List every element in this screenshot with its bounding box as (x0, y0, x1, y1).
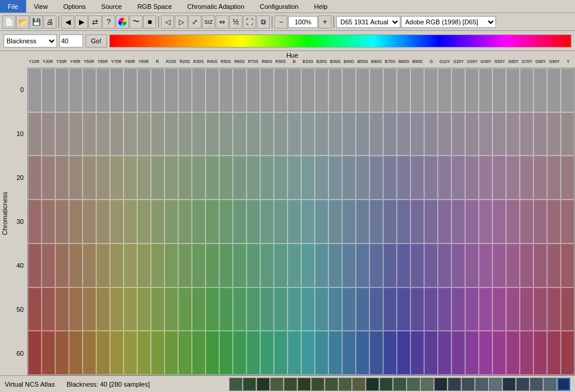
grid-cell[interactable] (520, 331, 533, 375)
grid-cell[interactable] (410, 156, 424, 200)
grid-cell[interactable] (83, 331, 96, 375)
menu-rgb-space[interactable]: RGB Space (129, 0, 179, 12)
go-button[interactable]: Go! (86, 34, 107, 48)
status-swatch[interactable] (229, 378, 242, 391)
status-swatch[interactable] (311, 378, 324, 391)
grid-cell[interactable] (479, 244, 492, 287)
grid-cell[interactable] (424, 200, 438, 244)
grid-cell[interactable] (561, 244, 574, 287)
grid-cell[interactable] (42, 156, 55, 200)
status-swatch[interactable] (448, 378, 461, 391)
grid-cell[interactable] (561, 68, 574, 112)
grid-cell[interactable] (124, 200, 137, 244)
grid-cell[interactable] (151, 331, 165, 375)
grid-cell[interactable] (397, 68, 410, 112)
grid-cell[interactable] (342, 331, 356, 375)
grid-cell[interactable] (110, 156, 124, 200)
grid-cell[interactable] (192, 287, 206, 331)
status-swatch[interactable] (366, 378, 379, 391)
grid-cell[interactable] (233, 331, 247, 375)
arrow-left-button[interactable]: ◁ (161, 15, 174, 29)
grid-cell[interactable] (315, 112, 328, 156)
grid-cell[interactable] (83, 200, 96, 244)
open-button[interactable]: 📂 (16, 15, 29, 29)
status-swatch-selected[interactable] (557, 378, 570, 391)
status-swatch[interactable] (339, 378, 352, 391)
grid-cell[interactable] (83, 287, 96, 331)
grid-cell[interactable] (479, 68, 492, 112)
status-swatch[interactable] (298, 378, 311, 391)
grid-cell[interactable] (492, 244, 506, 287)
grid-cell[interactable] (137, 112, 151, 156)
grid-cell[interactable] (465, 331, 479, 375)
grid-cell[interactable] (397, 287, 410, 331)
grid-cell[interactable] (356, 287, 369, 331)
grid-cell[interactable] (288, 244, 301, 287)
grid-cell[interactable] (288, 68, 301, 112)
grid-cell[interactable] (28, 68, 42, 112)
grid-cell[interactable] (165, 244, 178, 287)
grid-cell[interactable] (274, 156, 288, 200)
grid-cell[interactable] (233, 244, 247, 287)
status-swatch[interactable] (270, 378, 283, 391)
grid-cell[interactable] (69, 331, 83, 375)
square-button[interactable]: ■ (143, 15, 156, 29)
grid-cell[interactable] (492, 331, 506, 375)
grid-cell[interactable] (124, 287, 137, 331)
grid-cell[interactable] (492, 200, 506, 244)
grid-cell[interactable] (137, 287, 151, 331)
grid-cell[interactable] (96, 68, 110, 112)
grid-cell[interactable] (233, 112, 247, 156)
grid-cell[interactable] (479, 331, 492, 375)
grid-cell[interactable] (506, 200, 520, 244)
print-button[interactable]: 🖨 (43, 15, 56, 29)
grid-cell[interactable] (397, 331, 410, 375)
menu-view[interactable]: View (26, 0, 56, 12)
new-button[interactable]: 📄 (2, 15, 15, 29)
grid-cell[interactable] (438, 287, 451, 331)
grid-cell[interactable] (288, 156, 301, 200)
grid-cell[interactable] (288, 287, 301, 331)
grid-cell[interactable] (69, 156, 83, 200)
grid-cell[interactable] (247, 244, 260, 287)
grid-cell[interactable] (383, 331, 397, 375)
grid-cell[interactable] (561, 331, 574, 375)
grid-cell[interactable] (533, 287, 547, 331)
arrow-right-button[interactable]: ▷ (175, 15, 188, 29)
grid-cell[interactable] (328, 244, 342, 287)
grid-cell[interactable] (124, 68, 137, 112)
grid-cell[interactable] (96, 112, 110, 156)
grid-cell[interactable] (410, 331, 424, 375)
grid-cell[interactable] (465, 68, 479, 112)
grid-cell[interactable] (342, 287, 356, 331)
grid-cell[interactable] (547, 200, 561, 244)
grid-cell[interactable] (260, 156, 274, 200)
grid-cell[interactable] (137, 68, 151, 112)
color-wheel-button[interactable] (116, 15, 129, 29)
grid-cell[interactable] (383, 287, 397, 331)
grid-cell[interactable] (506, 156, 520, 200)
grid-cell[interactable] (96, 287, 110, 331)
help-button[interactable]: ? (102, 15, 115, 29)
grid-cell[interactable] (206, 244, 219, 287)
grid-cell[interactable] (424, 244, 438, 287)
grid-cell[interactable] (520, 112, 533, 156)
grid-cell[interactable] (410, 244, 424, 287)
grid-cell[interactable] (479, 156, 492, 200)
grid-cell[interactable] (492, 287, 506, 331)
status-swatch[interactable] (516, 378, 529, 391)
grid-cell[interactable] (192, 200, 206, 244)
grid-cell[interactable] (533, 112, 547, 156)
grid-cell[interactable] (96, 200, 110, 244)
grid-cell[interactable] (206, 331, 219, 375)
grid-cell[interactable] (520, 244, 533, 287)
grid-cell[interactable] (383, 200, 397, 244)
grid-cell[interactable] (42, 112, 55, 156)
grid-cell[interactable] (28, 287, 42, 331)
grid-cell[interactable] (260, 200, 274, 244)
menu-chromatic[interactable]: Chromatic Adaption (179, 0, 252, 12)
grid-cell[interactable] (247, 287, 260, 331)
status-swatch[interactable] (462, 378, 475, 391)
grid-cell[interactable] (561, 156, 574, 200)
grid-cell[interactable] (110, 200, 124, 244)
